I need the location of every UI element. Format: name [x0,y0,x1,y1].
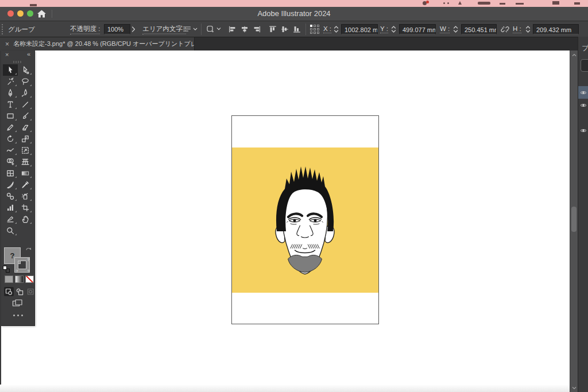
panel-collapse-button[interactable]: « [27,51,30,57]
direct-selection-tool-button[interactable] [18,64,33,76]
eyedropper-tool-button[interactable] [18,179,33,191]
y-value[interactable]: 499.077 mm [399,24,436,34]
hand-tool-button[interactable] [18,214,33,225]
width-tool-button[interactable] [3,145,18,156]
gradient-tool-button[interactable] [18,168,33,179]
paintbrush-tool-button[interactable] [18,110,33,122]
screen-mode-icon[interactable] [12,299,23,307]
properties-panel-tab[interactable]: プ [582,44,588,53]
draw-inside-mode-button[interactable] [26,287,36,296]
draw-behind-mode-button[interactable] [15,287,25,296]
area-type-label[interactable]: エリア内文字 : [142,24,186,34]
selection-tool-button[interactable] [3,64,18,76]
link-dimensions-icon[interactable] [501,25,509,33]
panel-grip[interactable] [13,61,22,63]
vertical-align-center-button[interactable] [281,25,289,33]
pen-tool-button[interactable] [3,87,18,99]
color-fill-button[interactable] [5,275,13,283]
screen-edge-artifact [478,2,490,5]
swap-fill-stroke-icon[interactable] [25,246,32,251]
x-label[interactable]: X : [323,25,331,33]
artboard-tool-button[interactable] [18,202,33,214]
shape-builder-tool-button[interactable] [3,156,18,168]
scroll-down-icon[interactable] [572,386,577,390]
line-segment-tool-button[interactable] [18,99,33,110]
draw-normal-icon [5,288,13,296]
more-options-button[interactable] [1,315,34,316]
w-label[interactable]: W : [440,25,450,33]
layer-visibility-icon[interactable] [580,128,587,133]
stroke-unknown-label: ? [27,257,30,262]
paintbrush-tool-icon [21,111,30,121]
x-stepper[interactable] [334,26,339,33]
paragraph-align-dropdown[interactable] [183,26,198,33]
horizontal-align-right-button[interactable] [253,25,261,33]
layer-visibility-icon[interactable] [580,90,587,95]
screen-edge-artifact [574,2,580,5]
none-fill-button[interactable] [25,275,34,283]
h-label[interactable]: H : [513,25,521,33]
layer-row-selected[interactable] [578,86,588,99]
gradient-fill-button[interactable] [15,275,24,283]
draw-normal-mode-button[interactable] [4,287,14,296]
document-tab-bar: × 名称未設定-3.png* @ 20.48 % (RGB/CPU オーバープリ… [0,37,588,51]
x-value[interactable]: 1002.802 mm [341,24,378,34]
column-graph-tool-button[interactable] [3,202,18,214]
window-title: Adobe Illustrator 2024 [0,7,588,21]
y-label[interactable]: Y : [380,25,388,33]
w-value[interactable]: 250.451 mm [461,24,497,34]
mesh-tool-button[interactable] [3,168,18,179]
rectangle-tool-button[interactable] [3,110,18,122]
panel-close-button[interactable]: × [5,51,9,58]
panel-field[interactable] [581,59,588,72]
knife-tool-button[interactable] [3,179,18,191]
curvature-tool-icon [21,88,30,98]
default-fill-stroke-icon[interactable] [3,266,10,273]
layer-row[interactable] [578,124,588,137]
scale-tool-button[interactable] [18,133,33,145]
hand-tool-icon [21,215,30,224]
curvature-tool-button[interactable] [18,87,33,99]
opacity-dropdown-button[interactable] [131,26,136,32]
rotate-tool-button[interactable] [3,133,18,145]
chevron-right-icon [131,26,136,32]
symbol-sprayer-tool-button[interactable] [18,191,33,202]
vertical-align-top-button[interactable] [269,25,277,33]
selection-type-label: グループ [8,25,35,33]
horizontal-scrollbar-area[interactable] [0,385,570,392]
w-stepper[interactable] [453,26,458,33]
horizontal-align-center-button[interactable] [241,25,249,33]
scrollbar-thumb[interactable] [571,207,577,232]
pencil-tool-button[interactable] [3,122,18,133]
reference-point-selector[interactable] [310,25,319,34]
portrait-illustration[interactable] [269,162,341,277]
shape-builder-tool-icon [6,157,15,166]
lasso-tool-button[interactable] [18,76,33,87]
canvas-vertical-scrollbar[interactable] [570,51,578,392]
eraser-tool-button[interactable] [18,122,33,133]
h-value[interactable]: 209.432 mm [533,24,579,34]
tab-close-button[interactable]: × [5,40,9,48]
horizontal-align-left-button[interactable] [229,25,237,33]
magic-wand-tool-button[interactable] [3,76,18,87]
opacity-input[interactable] [104,24,130,34]
y-stepper[interactable] [391,26,396,33]
perspective-grid-tool-button[interactable] [18,156,33,168]
artboard[interactable] [231,115,379,324]
h-stepper[interactable] [525,26,531,33]
opacity-label[interactable]: 不透明度 : [70,24,100,34]
panel-grip[interactable] [2,24,3,34]
vertical-align-bottom-button[interactable] [293,25,301,33]
drawing-mode-buttons [4,287,36,296]
type-tool-button[interactable] [3,99,18,110]
scroll-up-icon[interactable] [572,53,577,57]
slice-tool-button[interactable] [3,214,18,225]
zoom-tool-button[interactable] [3,225,18,236]
column-graph-tool-icon [6,203,15,212]
free-transform-tool-button[interactable] [18,145,33,156]
layer-row[interactable] [578,99,588,111]
document-tab[interactable]: × 名称未設定-3.png* @ 20.48 % (RGB/CPU オーバープリ… [0,37,195,51]
shape-properties-dropdown[interactable] [206,25,221,33]
layer-visibility-icon[interactable] [580,103,587,108]
blend-tool-button[interactable] [3,191,18,202]
